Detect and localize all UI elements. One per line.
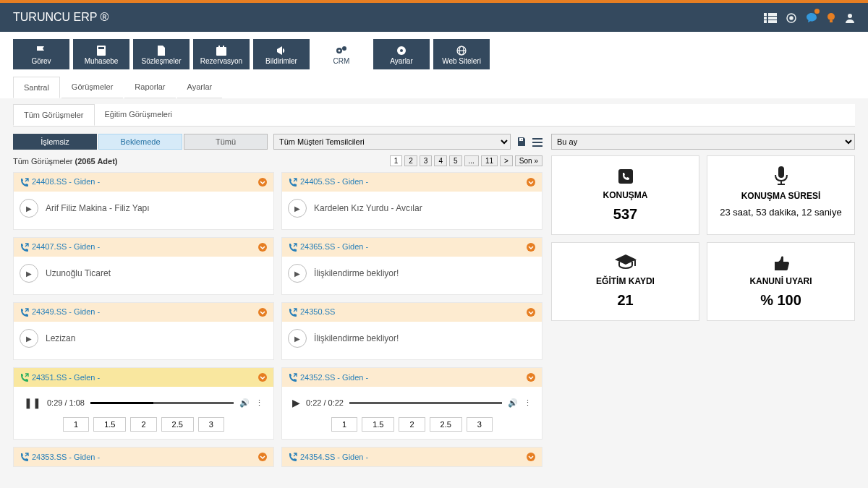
audio-menu-icon[interactable]: ⋮ — [255, 398, 263, 408]
chevron-down-icon[interactable] — [258, 452, 268, 462]
page-link[interactable]: 4 — [434, 155, 447, 166]
play-icon[interactable]: ▶ — [292, 397, 300, 408]
play-button[interactable]: ▶ — [20, 329, 38, 348]
chevron-down-icon[interactable] — [258, 242, 268, 252]
rep-select[interactable]: Tüm Müşteri Temsilcileri — [273, 134, 511, 150]
speed-btn[interactable]: 3 — [198, 417, 224, 432]
svg-rect-0 — [764, 13, 767, 16]
nav-crm[interactable]: CRM — [313, 39, 370, 69]
stat-value: 21 — [558, 292, 693, 309]
speed-btn[interactable]: 3 — [467, 417, 493, 432]
call-card-header[interactable]: 24354.SS - Giden - — [282, 448, 542, 466]
page-link[interactable]: > — [500, 155, 513, 166]
grid-icon[interactable] — [764, 11, 777, 24]
call-card-header[interactable]: 24405.SS - Giden - — [282, 173, 542, 192]
play-button[interactable]: ▶ — [288, 199, 307, 218]
user-icon[interactable] — [845, 11, 855, 24]
filter-btn-beklemede[interactable]: Beklemede — [98, 134, 182, 150]
chevron-down-icon[interactable] — [258, 177, 268, 187]
nav-muhasebe[interactable]: Muhasebe — [73, 39, 129, 69]
subtab[interactable]: Tüm Görüşmeler — [13, 104, 95, 126]
save-filter-icon[interactable] — [516, 136, 527, 147]
speed-btn[interactable]: 2 — [399, 417, 425, 432]
chevron-down-icon[interactable] — [526, 242, 536, 252]
app-header: TURUNCU ERP ® — [0, 3, 868, 32]
audio-menu-icon[interactable]: ⋮ — [524, 398, 532, 408]
period-select[interactable]: Bu ay — [551, 134, 855, 150]
speed-btn[interactable]: 2.5 — [430, 417, 462, 432]
volume-icon[interactable]: 🔊 — [239, 398, 250, 408]
svg-rect-12 — [98, 47, 104, 49]
tab-raporlar[interactable]: Raporlar — [124, 77, 175, 98]
pause-icon[interactable]: ❚❚ — [24, 397, 41, 408]
primary-tabs: SantralGörüşmelerRaporlarAyarlar — [0, 77, 868, 98]
tab-ayarlar[interactable]: Ayarlar — [177, 77, 223, 98]
svg-rect-14 — [218, 46, 220, 48]
bulb-icon[interactable] — [826, 11, 836, 24]
svg-rect-41 — [778, 166, 784, 178]
play-button[interactable]: ▶ — [20, 199, 38, 218]
call-card-header[interactable]: 24407.SS - Giden - — [14, 238, 273, 257]
chevron-down-icon[interactable] — [526, 372, 536, 382]
call-card: 24352.SS - Giden -▶0:22 / 0:22🔊⋮11.522.5… — [281, 367, 542, 440]
nav-görev[interactable]: Görev — [13, 39, 69, 69]
speed-btn[interactable]: 1.5 — [93, 417, 126, 432]
audio-track[interactable] — [349, 402, 502, 404]
call-card-body: ▶İlişkilendirme bekliyor! — [282, 322, 542, 359]
call-description: Arif Filiz Makina - Filiz Yapı — [46, 203, 150, 213]
chevron-down-icon[interactable] — [258, 307, 268, 317]
svg-point-8 — [827, 13, 835, 20]
tab-santral[interactable]: Santral — [13, 77, 60, 98]
nav-rezervasyon[interactable]: Rezervasyon — [193, 39, 250, 69]
volume-icon[interactable]: 🔊 — [508, 398, 518, 408]
call-card-header[interactable]: 24353.SS - Giden - — [14, 448, 273, 466]
filter-btn-tümü[interactable]: Tümü — [184, 134, 268, 150]
play-button[interactable]: ▶ — [20, 264, 38, 283]
svg-rect-4 — [768, 17, 777, 20]
page-link[interactable]: Son » — [515, 155, 542, 166]
page-link[interactable]: 2 — [404, 155, 417, 166]
speed-btn[interactable]: 1 — [331, 417, 357, 432]
call-card-body: ▶Lezizan — [14, 322, 273, 359]
call-card: 24407.SS - Giden -▶Uzunoğlu Ticaret — [13, 237, 274, 295]
tab-görüşmeler[interactable]: Görüşmeler — [61, 77, 123, 98]
chevron-down-icon[interactable] — [526, 452, 536, 462]
page-link[interactable]: 11 — [481, 155, 498, 166]
svg-rect-9 — [830, 20, 833, 22]
header-icons — [764, 11, 855, 24]
play-button[interactable]: ▶ — [288, 329, 307, 348]
chevron-down-icon[interactable] — [526, 177, 536, 187]
audio-track[interactable] — [90, 402, 234, 404]
svg-point-36 — [527, 243, 535, 252]
call-card-header[interactable]: 24365.SS - Giden - — [282, 238, 542, 257]
nav-sözleşmeler[interactable]: Sözleşmeler — [133, 39, 190, 69]
speed-btn[interactable]: 2 — [130, 417, 156, 432]
subtab[interactable]: Eğitim Görüşmeleri — [95, 104, 183, 126]
speed-btn[interactable]: 1.5 — [362, 417, 394, 432]
call-card-header[interactable]: 24349.SS - Giden - — [14, 303, 273, 322]
chevron-down-icon[interactable] — [526, 307, 536, 317]
nav-web siteleri[interactable]: Web Siteleri — [433, 39, 490, 69]
filter-row: İşlemsizBeklemedeTümü Tüm Müşteri Temsil… — [13, 134, 542, 150]
speed-btn[interactable]: 2.5 — [161, 417, 194, 432]
filter-btn-i̇şlemsiz[interactable]: İşlemsiz — [13, 134, 97, 150]
chat-icon[interactable] — [806, 11, 817, 24]
main-content: İşlemsizBeklemedeTümü Tüm Müşteri Temsil… — [0, 127, 868, 474]
page-link[interactable]: 5 — [449, 155, 462, 166]
page-link[interactable]: 3 — [420, 155, 433, 166]
call-card-header[interactable]: 24351.SS - Gelen - — [14, 368, 273, 387]
list-filter-icon[interactable] — [532, 136, 542, 147]
speed-btn[interactable]: 1 — [63, 417, 89, 432]
page-link[interactable]: 1 — [390, 155, 403, 166]
cards-col-right: 24405.SS - Giden -▶Kardelen Kız Yurdu - … — [281, 172, 542, 467]
call-card-header[interactable]: 24350.SS — [282, 303, 542, 322]
chevron-down-icon[interactable] — [258, 372, 268, 382]
call-card-header[interactable]: 24352.SS - Giden - — [282, 368, 542, 387]
phone-out-icon — [288, 177, 297, 186]
page-link[interactable]: ... — [464, 155, 479, 166]
play-button[interactable]: ▶ — [288, 264, 307, 283]
call-card-header[interactable]: 24408.SS - Giden - — [14, 173, 273, 192]
target-icon[interactable] — [786, 11, 797, 24]
nav-bildirimler[interactable]: Bildirimler — [253, 39, 310, 69]
nav-ayarlar[interactable]: Ayarlar — [373, 39, 430, 69]
